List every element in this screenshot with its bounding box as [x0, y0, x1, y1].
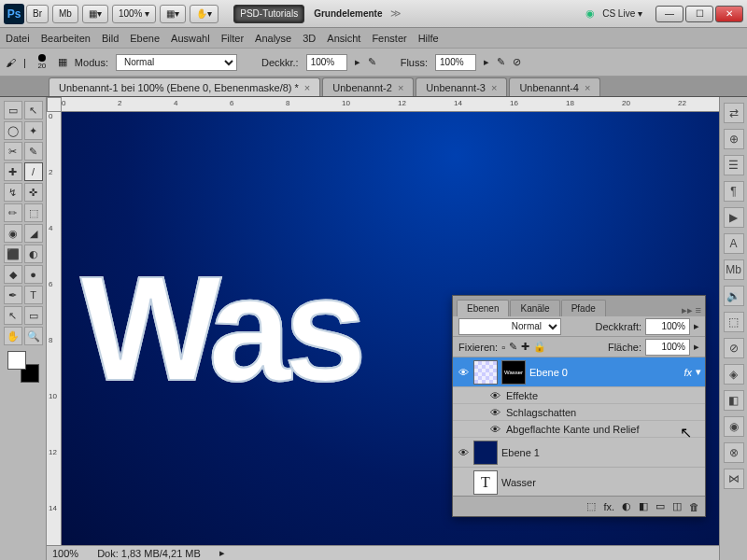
dock-icon-2[interactable]: ☰	[724, 155, 744, 175]
layer-name[interactable]: Ebene 1	[501, 447, 540, 458]
blend-mode-select[interactable]: Normal	[116, 54, 237, 71]
effect-bevel[interactable]: 👁Abgeflachte Kante und Relief	[453, 421, 705, 438]
dock-icon-6[interactable]: Mb	[724, 259, 744, 280]
menu-bearbeiten[interactable]: Bearbeiten	[41, 33, 91, 44]
layer-name[interactable]: Wasser	[501, 477, 536, 488]
effect-schlagschatten[interactable]: 👁Schlagschatten	[453, 404, 705, 421]
tool-15[interactable]: ◐	[24, 245, 43, 263]
tool-22[interactable]: ✋	[4, 327, 22, 345]
dock-icon-0[interactable]: ⇄	[724, 103, 744, 123]
tool-20[interactable]: ↖	[4, 306, 22, 325]
layer-footer-icon-2[interactable]: ◐	[622, 500, 631, 512]
layer-footer-icon-4[interactable]: ▭	[655, 500, 665, 512]
tab-kanaele[interactable]: Kanäle	[510, 300, 559, 316]
bridge-button[interactable]: Br	[26, 5, 49, 23]
workspace-name[interactable]: Grundelemente	[308, 5, 388, 23]
menu-ebene[interactable]: Ebene	[130, 33, 160, 44]
layer-name[interactable]: Ebene 0	[529, 367, 568, 378]
layer-wasser[interactable]: T Wasser	[453, 468, 705, 496]
workspace-dark-button[interactable]: PSD-Tutorials	[233, 5, 304, 23]
dock-icon-4[interactable]: ▶	[724, 207, 744, 228]
color-swatches[interactable]	[7, 351, 39, 383]
tool-6[interactable]: ✚	[4, 162, 22, 181]
menu-3d[interactable]: 3D	[303, 33, 316, 44]
tool-16[interactable]: ◆	[4, 265, 22, 284]
close-icon[interactable]: ×	[398, 82, 403, 93]
layer-thumbnail[interactable]	[473, 360, 498, 385]
dock-icon-13[interactable]: ⊗	[724, 442, 744, 463]
screen-mode-button[interactable]: ▦▾	[160, 5, 186, 23]
fx-badge[interactable]: fx	[684, 367, 692, 378]
tool-17[interactable]: ●	[24, 265, 43, 284]
tool-19[interactable]: T	[24, 286, 43, 304]
ruler-horizontal[interactable]: 0246810121416182022	[62, 97, 719, 112]
tool-1[interactable]: ↖	[24, 101, 43, 119]
doc-tab-2[interactable]: Unbenannt-2×	[322, 77, 414, 96]
tool-2[interactable]: ◯	[4, 121, 22, 140]
lock-brush-icon[interactable]: ✎	[509, 341, 517, 353]
dock-icon-12[interactable]: ◉	[724, 416, 744, 437]
dock-icon-3[interactable]: ¶	[724, 181, 744, 202]
mask-thumbnail[interactable]: Wasser	[501, 360, 526, 385]
doc-tab-3[interactable]: Unbenannt-3×	[416, 77, 507, 96]
tool-9[interactable]: ✜	[24, 183, 43, 202]
lock-position-icon[interactable]: ✚	[521, 341, 529, 353]
tablet-opacity-icon[interactable]: ✎	[368, 56, 376, 68]
layer-footer-icon-6[interactable]: 🗑	[689, 501, 699, 512]
lock-all-icon[interactable]: 🔒	[533, 341, 546, 353]
menu-bild[interactable]: Bild	[102, 33, 119, 44]
dock-icon-9[interactable]: ⊘	[724, 338, 744, 358]
ruler-origin[interactable]	[47, 97, 62, 112]
foreground-color[interactable]	[7, 351, 26, 370]
layer-ebene-1[interactable]: 👁 Ebene 1	[453, 438, 705, 468]
tool-3[interactable]: ✦	[24, 121, 43, 140]
close-button[interactable]: ✕	[715, 6, 743, 22]
tablet-size-icon[interactable]: ⊘	[513, 56, 521, 68]
menu-hilfe[interactable]: Hilfe	[418, 33, 439, 44]
visibility-icon[interactable]: 👁	[457, 447, 470, 458]
layer-thumbnail[interactable]	[473, 441, 498, 465]
dock-icon-11[interactable]: ◧	[724, 390, 744, 411]
doc-size-status[interactable]: Dok: 1,83 MB/4,21 MB	[97, 548, 201, 559]
close-icon[interactable]: ×	[491, 82, 497, 93]
tool-23[interactable]: 🔍	[24, 327, 43, 345]
doc-tab-1[interactable]: Unbenannt-1 bei 100% (Ebene 0, Ebenenmas…	[49, 77, 320, 96]
close-icon[interactable]: ×	[585, 82, 590, 93]
flow-field[interactable]	[435, 54, 476, 71]
menu-analyse[interactable]: Analyse	[255, 33, 291, 44]
doc-tab-4[interactable]: Unbenannt-4×	[509, 77, 600, 96]
cslive-button[interactable]: CS Live ▾	[597, 5, 648, 23]
layer-ebene-0[interactable]: 👁 Wasser Ebene 0 fx▾	[453, 357, 705, 387]
dock-icon-8[interactable]: ⬚	[724, 312, 744, 332]
tool-11[interactable]: ⬚	[24, 203, 43, 222]
layer-footer-icon-0[interactable]: ⬚	[586, 500, 596, 512]
tool-14[interactable]: ⬛	[4, 245, 22, 263]
minimize-button[interactable]: —	[655, 6, 684, 22]
dock-icon-5[interactable]: A	[724, 233, 744, 254]
dock-icon-7[interactable]: 🔉	[724, 286, 744, 306]
panel-menu-icon[interactable]: ▸▸ ≡	[678, 304, 705, 316]
menu-auswahl[interactable]: Auswahl	[171, 33, 210, 44]
dock-icon-10[interactable]: ◈	[724, 364, 744, 385]
tool-5[interactable]: ✎	[24, 142, 43, 161]
tab-ebenen[interactable]: Ebenen	[457, 300, 509, 316]
menu-ansicht[interactable]: Ansicht	[327, 33, 360, 44]
tool-10[interactable]: ✏	[4, 203, 22, 222]
layer-fill-field[interactable]	[645, 339, 690, 356]
tool-4[interactable]: ✂	[4, 142, 22, 161]
menu-fenster[interactable]: Fenster	[372, 33, 406, 44]
tool-13[interactable]: ◢	[24, 224, 43, 243]
effects-header[interactable]: 👁Effekte	[453, 387, 705, 404]
tab-pfade[interactable]: Pfade	[561, 300, 606, 316]
layer-footer-icon-3[interactable]: ◧	[639, 500, 648, 512]
minibridge-button[interactable]: Mb	[52, 5, 78, 23]
tool-18[interactable]: ✒	[4, 286, 22, 304]
tool-21[interactable]: ▭	[24, 306, 43, 325]
tool-12[interactable]: ◉	[4, 224, 22, 243]
zoom-level-button[interactable]: 100% ▾	[112, 5, 156, 23]
menu-filter[interactable]: Filter	[221, 33, 244, 44]
brush-preset-picker[interactable]: 20	[34, 54, 50, 71]
layer-footer-icon-5[interactable]: ◫	[672, 500, 682, 512]
tool-0[interactable]: ▭	[4, 101, 22, 119]
zoom-status[interactable]: 100%	[52, 548, 78, 559]
